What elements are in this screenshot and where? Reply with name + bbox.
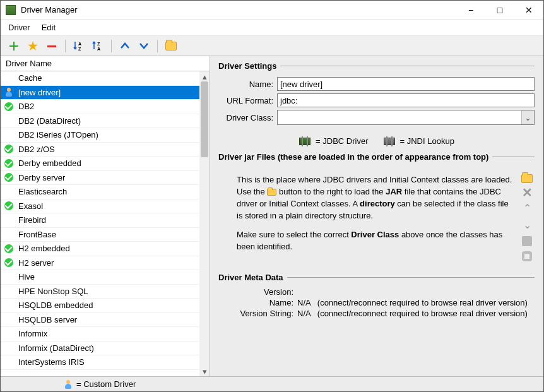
list-item-label: DB2 — [16, 102, 34, 111]
jndi-lookup-icon — [384, 138, 395, 145]
sort-za-icon: Z A — [92, 40, 103, 52]
remove-jar-button[interactable]: ✕ — [522, 188, 533, 197]
scroll-down-icon[interactable]: ▾ — [199, 366, 210, 376]
list-item[interactable]: DB2 — [1, 100, 199, 114]
blank-icon — [3, 271, 15, 283]
folder-icon — [165, 42, 177, 50]
list-item[interactable]: FrontBase — [1, 228, 199, 242]
jar-side-tools: ✕ ⌃ ⌄ — [519, 174, 535, 261]
add-driver-button[interactable] — [7, 39, 21, 53]
folder-icon — [267, 189, 276, 196]
url-format-input[interactable] — [277, 93, 535, 107]
sort-az-icon: A Z — [73, 40, 85, 52]
list-item-label: H2 embedded — [16, 244, 70, 253]
blank-icon — [3, 300, 15, 311]
list-item-label: H2 server — [16, 258, 54, 268]
toolbar-separator — [111, 40, 112, 52]
statusbar: = Custom Driver — [1, 376, 543, 391]
list-item-label: HPE NonStop SQL — [16, 287, 88, 296]
menu-driver[interactable]: Driver — [8, 23, 30, 32]
list-item-label: Firebird — [16, 215, 46, 225]
open-folder-button[interactable] — [164, 39, 178, 53]
list-item[interactable]: Elasticsearch — [1, 185, 199, 199]
menubar: Driver Edit — [1, 20, 543, 36]
list-item[interactable]: HPE NonStop SQL — [1, 285, 199, 299]
list-header[interactable]: Driver Name — [1, 56, 210, 71]
scrollbar[interactable]: ▴ ▾ — [199, 71, 210, 376]
remove-driver-button[interactable] — [45, 39, 59, 53]
list-item[interactable]: Informix (DataDirect) — [1, 342, 199, 356]
plus-icon — [9, 41, 19, 51]
sort-za-button[interactable]: Z A — [91, 39, 105, 53]
meta-data-legend: Driver Meta Data — [218, 273, 287, 282]
custom-driver-icon — [64, 380, 73, 389]
chevron-down-icon[interactable]: ⌄ — [521, 110, 534, 124]
list-item-label: Derby embedded — [16, 158, 81, 168]
toolbar-separator — [65, 40, 66, 52]
stop-button[interactable] — [522, 251, 532, 261]
list-item-label: Exasol — [16, 201, 43, 211]
move-up-button[interactable] — [118, 39, 132, 53]
scroll-thumb[interactable] — [201, 81, 208, 157]
minus-icon — [47, 41, 57, 51]
meta-name-label: Name: — [237, 298, 297, 307]
name-input[interactable] — [277, 77, 535, 91]
list-item[interactable]: H2 server — [1, 256, 199, 271]
minimize-button[interactable]: − — [456, 1, 485, 20]
check-icon — [3, 243, 15, 254]
meta-name-value: N/A — [297, 298, 310, 307]
list-item[interactable]: Derby embedded — [1, 157, 199, 171]
footer-text: = Custom Driver — [76, 379, 136, 389]
blank-icon — [3, 186, 15, 198]
blank-icon — [3, 342, 15, 353]
svg-rect-0 — [47, 45, 56, 47]
meta-version-label: Version: — [237, 287, 297, 297]
list-item[interactable]: DB2 z/OS — [1, 143, 199, 157]
close-button[interactable]: ✕ — [514, 1, 543, 20]
meta-data-group: Driver Meta Data Version: Name: N/A (con… — [219, 273, 535, 319]
scroll-up-icon[interactable]: ▴ — [199, 71, 210, 81]
custom-driver-icon — [3, 86, 15, 98]
blank-icon — [3, 73, 15, 84]
save-jar-button[interactable] — [522, 236, 532, 246]
sort-az-button[interactable]: A Z — [72, 39, 86, 53]
list-item[interactable]: Informix — [1, 327, 199, 342]
url-format-label: URL Format: — [219, 96, 277, 105]
driver-list[interactable]: Cache[new driver]DB2DB2 (DataDirect)DB2 … — [1, 71, 199, 376]
list-item[interactable]: [new driver] — [1, 86, 199, 100]
driver-class-combobox[interactable]: ⌄ — [277, 110, 535, 125]
jar-files-group: Driver jar Files (these are loaded in th… — [219, 152, 535, 261]
settings-pane: Driver Settings Name: URL Format: Driver… — [210, 56, 543, 376]
list-item-label: Hive — [16, 272, 35, 282]
jar-files-legend: Driver jar Files (these are loaded in th… — [218, 152, 492, 162]
blank-icon — [3, 129, 15, 141]
list-item-label: DB2 iSeries (JTOpen) — [16, 130, 98, 140]
blank-icon — [3, 285, 15, 297]
blank-icon — [3, 215, 15, 226]
list-item[interactable]: Derby server — [1, 171, 199, 186]
menu-edit[interactable]: Edit — [42, 23, 56, 32]
list-item[interactable]: HSQLDB server — [1, 313, 199, 328]
meta-vstr-value: N/A — [297, 309, 310, 318]
list-item[interactable]: DB2 (DataDirect) — [1, 114, 199, 129]
favorite-button[interactable]: ★ — [26, 39, 40, 53]
list-item[interactable]: Hive — [1, 270, 199, 285]
jar-move-up-button[interactable]: ⌃ — [523, 202, 531, 214]
move-down-button[interactable] — [137, 39, 151, 53]
load-jar-button[interactable] — [521, 174, 533, 183]
list-item[interactable]: HSQLDB embedded — [1, 299, 199, 313]
blank-icon — [3, 328, 15, 340]
titlebar: Driver Manager − □ ✕ — [1, 1, 543, 20]
jar-move-down-button[interactable]: ⌄ — [523, 219, 531, 231]
list-item[interactable]: Firebird — [1, 213, 199, 228]
list-item[interactable]: Cache — [1, 71, 199, 86]
list-item[interactable]: Exasol — [1, 199, 199, 214]
meta-vstr-label: Version String: — [237, 309, 297, 318]
list-item[interactable]: H2 embedded — [1, 242, 199, 256]
list-item-label: Derby server — [16, 173, 65, 182]
meta-name-hint: (connect/reconnect required to browse re… — [317, 298, 528, 307]
list-item[interactable]: InterSystems IRIS — [1, 355, 199, 370]
list-item[interactable]: DB2 iSeries (JTOpen) — [1, 128, 199, 143]
check-icon — [3, 200, 15, 211]
maximize-button[interactable]: □ — [485, 1, 514, 20]
